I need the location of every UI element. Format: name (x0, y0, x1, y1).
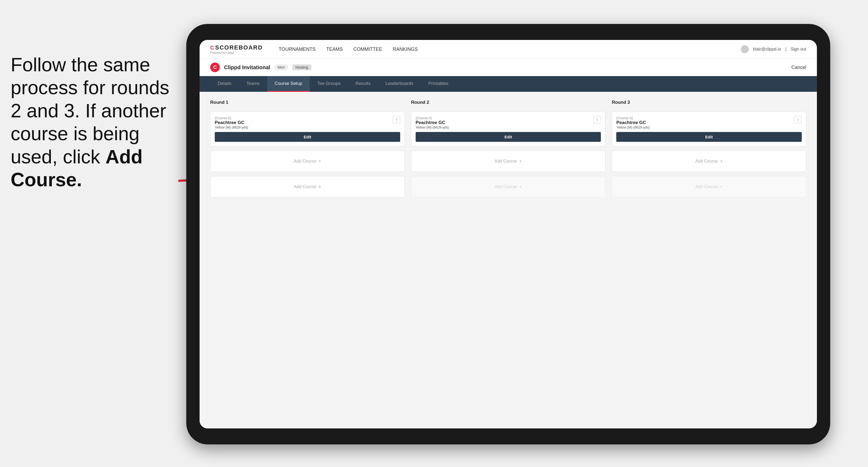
course-tee: Yellow (M) (6629 yds) (215, 125, 248, 129)
round-1-add-course-1[interactable]: Add Course + (210, 151, 405, 172)
add-course-text-r3-2: Add Course (695, 184, 718, 189)
add-course-label-r3: Add Course + (695, 159, 723, 164)
round-1-course-card-1: (Course A) Peachtree GC Yellow (M) (6629… (210, 112, 405, 146)
round-3-column: Round 3 (Course A) Peachtree GC Yellow (… (612, 100, 806, 197)
plus-icon-2: + (318, 184, 321, 190)
round-2-edit-button[interactable]: Edit (416, 132, 601, 142)
course-label-3: (Course A) (616, 116, 650, 120)
add-course-text: Add Course (294, 159, 316, 164)
card-menu-icon[interactable]: ⋮ (393, 116, 400, 123)
course-tee-3: Yellow (M) (6629 yds) (616, 125, 650, 129)
pipe-separator: | (785, 47, 786, 52)
card-actions-2: ⋮ (593, 116, 601, 123)
cancel-button[interactable]: Cancel (792, 65, 806, 70)
add-course-text-r3: Add Course (695, 159, 718, 164)
plus-icon-r3: + (720, 159, 723, 164)
main-content: Round 1 (Course A) Peachtree GC Yellow (… (199, 92, 817, 428)
user-email: blair@clippd.io (753, 47, 781, 52)
top-nav: C SCOREBOARD Powered by clippd TOURNAMEN… (199, 40, 817, 59)
add-course-label-r2-2: Add Course + (494, 184, 522, 190)
card-actions-3: ⋮ (794, 116, 802, 123)
tablet-frame: C SCOREBOARD Powered by clippd TOURNAMEN… (186, 24, 830, 444)
tab-tee-groups[interactable]: Tee Groups (310, 76, 348, 92)
tab-course-setup[interactable]: Course Setup (267, 76, 310, 92)
card-menu-icon-3[interactable]: ⋮ (794, 116, 802, 123)
round-3-edit-button[interactable]: Edit (616, 132, 802, 142)
instruction-bold: Add Course. (11, 146, 143, 190)
nav-committee[interactable]: COMMITTEE (353, 46, 382, 52)
course-info-3: (Course A) Peachtree GC Yellow (M) (6629… (616, 116, 650, 129)
plus-icon-r2: + (519, 159, 522, 164)
add-course-text-r2: Add Course (494, 159, 517, 164)
sub-header: C Clippd Invitational Men Hosting Cancel (199, 59, 817, 76)
course-name: Peachtree GC (215, 120, 248, 125)
card-menu-icon-2[interactable]: ⋮ (593, 116, 601, 123)
course-info: (Course A) Peachtree GC Yellow (M) (6629… (215, 116, 248, 129)
tab-printables[interactable]: Printables (421, 76, 456, 92)
course-card-header: (Course A) Peachtree GC Yellow (M) (6629… (215, 116, 400, 129)
course-name-3: Peachtree GC (616, 120, 650, 125)
nav-tournaments[interactable]: TOURNAMENTS (279, 46, 316, 52)
plus-icon-r2-2: + (519, 184, 522, 190)
nav-teams[interactable]: TEAMS (326, 46, 343, 52)
round-2-add-course-2: Add Course + (411, 176, 606, 197)
round-2-title: Round 2 (411, 100, 606, 105)
round-2-add-course-1[interactable]: Add Course + (411, 151, 606, 172)
scoreboard-logo: C SCOREBOARD Powered by clippd (210, 44, 262, 54)
tournament-info: C Clippd Invitational Men Hosting (210, 63, 311, 72)
add-course-text-2: Add Course (294, 184, 316, 189)
hosting-badge: Hosting (292, 64, 311, 70)
instruction-text: Follow the same process for rounds 2 and… (11, 54, 169, 190)
course-label-2: (Course A) (416, 116, 449, 120)
add-course-label: Add Course + (294, 159, 321, 164)
nav-right: blair@clippd.io | Sign out (741, 45, 806, 53)
round-1-title: Round 1 (210, 100, 405, 105)
round-2-course-card-1: (Course A) Peachtree GC Yellow (M) (6629… (411, 112, 606, 146)
tournament-gender-badge: Men (274, 64, 288, 70)
add-course-text-r2-2: Add Course (494, 184, 517, 189)
round-2-column: Round 2 (Course A) Peachtree GC Yellow (… (411, 100, 606, 197)
plus-icon-r3-2: + (720, 184, 723, 190)
tab-bar: Details Teams Course Setup Tee Groups Re… (199, 76, 817, 92)
tab-details[interactable]: Details (210, 76, 239, 92)
nav-rankings[interactable]: RANKINGS (393, 46, 418, 52)
round-3-title: Round 3 (612, 100, 806, 105)
add-course-label-2: Add Course + (294, 184, 321, 190)
course-tee-2: Yellow (M) (6629 yds) (416, 125, 449, 129)
round-3-add-course-2: Add Course + (612, 176, 806, 197)
sign-out-link[interactable]: Sign out (790, 47, 806, 52)
tournament-name: Clippd Invitational (224, 64, 270, 70)
tab-results[interactable]: Results (348, 76, 378, 92)
rounds-grid: Round 1 (Course A) Peachtree GC Yellow (… (210, 100, 806, 197)
user-avatar (741, 45, 749, 53)
tablet-screen: C SCOREBOARD Powered by clippd TOURNAMEN… (199, 40, 817, 428)
round-3-add-course-1[interactable]: Add Course + (612, 151, 806, 172)
nav-links: TOURNAMENTS TEAMS COMMITTEE RANKINGS (279, 46, 730, 52)
round-1-column: Round 1 (Course A) Peachtree GC Yellow (… (210, 100, 405, 197)
round-1-edit-button[interactable]: Edit (215, 132, 400, 142)
round-1-add-course-2[interactable]: Add Course + (210, 176, 405, 197)
add-course-label-r2: Add Course + (494, 159, 522, 164)
tab-leaderboards[interactable]: Leaderboards (378, 76, 421, 92)
course-card-header-2: (Course A) Peachtree GC Yellow (M) (6629… (416, 116, 601, 129)
logo-subtitle: Powered by clippd (210, 51, 262, 54)
course-name-2: Peachtree GC (416, 120, 449, 125)
logo-title: SCOREBOARD (215, 44, 262, 51)
add-course-label-r3-2: Add Course + (695, 184, 723, 190)
course-label: (Course A) (215, 116, 248, 120)
course-card-header-3: (Course A) Peachtree GC Yellow (M) (6629… (616, 116, 802, 129)
tab-teams[interactable]: Teams (239, 76, 267, 92)
logo-c-icon: C (210, 45, 214, 51)
plus-icon: + (318, 159, 321, 164)
card-actions: ⋮ (393, 116, 400, 123)
tournament-logo-icon: C (210, 63, 220, 72)
course-info-2: (Course A) Peachtree GC Yellow (M) (6629… (416, 116, 449, 129)
round-3-course-card-1: (Course A) Peachtree GC Yellow (M) (6629… (612, 112, 806, 146)
instruction-block: Follow the same process for rounds 2 and… (0, 42, 186, 202)
